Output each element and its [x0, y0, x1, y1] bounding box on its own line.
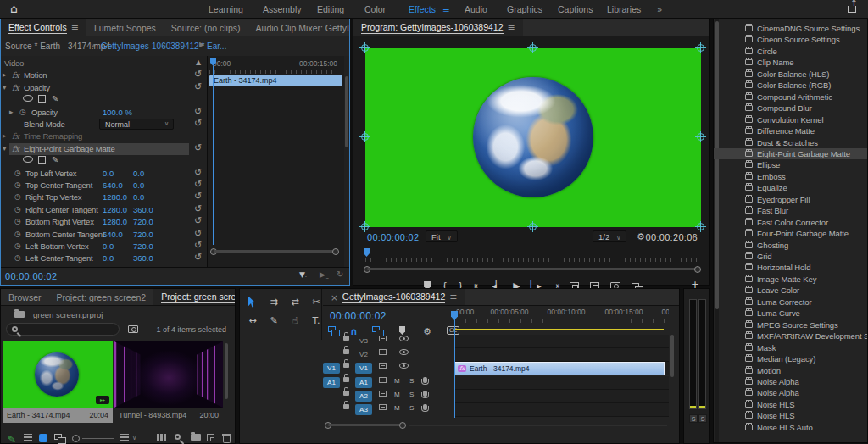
search-input[interactable] — [6, 323, 120, 336]
effect-item-ghosting[interactable]: Ghosting — [714, 240, 867, 251]
workspace-menu-icon[interactable]: ≡ — [442, 4, 450, 14]
value-y[interactable]: 0.0 — [133, 192, 144, 202]
mask-pen-icon[interactable]: ✎ — [52, 94, 58, 103]
captions-button[interactable]: CC — [447, 326, 459, 335]
reset-icon[interactable]: ↺ — [194, 252, 202, 263]
track-lock-icon[interactable] — [343, 404, 349, 409]
solo-button[interactable]: S — [409, 391, 414, 398]
workspace-overflow-icon[interactable]: » — [657, 4, 662, 14]
ec-row-left-center-tangent[interactable]: ◷Left Center Tangent0.0360.0↺ — [1, 253, 207, 265]
solo-right-button[interactable]: S — [698, 414, 707, 423]
track-name-v1[interactable]: V1 — [355, 363, 372, 374]
mute-button[interactable]: M — [394, 391, 400, 398]
panel-menu-icon[interactable]: ≡ — [508, 22, 515, 33]
reset-icon[interactable]: ↺ — [194, 106, 202, 117]
tab-lumetri-scopes[interactable]: Lumetri Scopes — [86, 19, 164, 36]
panel-menu-icon[interactable]: ≡ — [449, 291, 457, 302]
tab-browser[interactable]: Browser — [1, 289, 49, 305]
tab-audio-clip-mixer-gettyimages-106038941[interactable]: Audio Clip Mixer: GettyImages-106038941 — [248, 19, 349, 36]
track-lane-v2[interactable] — [454, 348, 669, 362]
effect-item-cineon-source-settings[interactable]: Cineon Source Settings — [714, 34, 867, 45]
solo-button[interactable]: S — [409, 404, 414, 412]
effect-item-leave-color[interactable]: Leave Color — [714, 285, 867, 296]
stopwatch-icon[interactable]: ◷ — [19, 108, 26, 116]
matte-handle-right-center[interactable] — [697, 133, 704, 141]
reset-icon[interactable]: ↺ — [194, 142, 202, 153]
workspace-tab-captions[interactable]: Captions — [558, 4, 593, 14]
value-x[interactable]: 0.0 — [103, 241, 114, 251]
in-out-preview-icon[interactable] — [128, 325, 138, 333]
matte-handle-top-center[interactable] — [529, 44, 537, 52]
ec-row-top-center-tangent[interactable]: ◷Top Center Tangent640.00.0↺ — [1, 180, 207, 192]
icon-view-button[interactable] — [39, 434, 47, 442]
value-x[interactable]: 1280.0 — [103, 192, 127, 202]
value-x[interactable]: 0.0 — [103, 169, 114, 178]
effect-item-grid[interactable]: Grid — [714, 251, 867, 262]
matte-handle-bottom-left[interactable] — [361, 223, 369, 230]
workspace-tab-libraries[interactable]: Libraries — [607, 4, 641, 14]
stopwatch-icon[interactable]: ◷ — [14, 230, 21, 238]
twirl-icon[interactable]: ▾ — [3, 144, 7, 153]
track-lane-v3[interactable] — [454, 335, 669, 348]
stopwatch-icon[interactable]: ◷ — [14, 180, 21, 189]
effect-item-emboss[interactable]: Emboss — [714, 171, 867, 182]
insert-overwrite-button[interactable] — [328, 326, 336, 332]
project-item-tunnel[interactable]: Tunnel - 84938.mp4 20:00 — [114, 341, 223, 423]
track-name-v3[interactable]: V3 — [355, 336, 372, 347]
workspace-tab-audio[interactable]: Audio — [465, 4, 487, 14]
param-value[interactable]: 100.0 % — [103, 108, 132, 117]
value-y[interactable]: 360.0 — [133, 205, 153, 214]
freeform-view-button[interactable] — [54, 434, 62, 440]
collapse-icon[interactable]: ▲ — [196, 58, 201, 66]
reset-icon[interactable]: ↺ — [194, 228, 202, 239]
track-lock-icon[interactable] — [343, 377, 349, 382]
effect-controls-vertical-scrollbar[interactable] — [345, 76, 348, 147]
effect-item-circle[interactable]: Circle — [714, 46, 867, 57]
close-icon[interactable]: × — [331, 292, 338, 302]
tab-effect-controls[interactable]: Effect Controls≡ — [1, 19, 86, 36]
effect-item-cinemadng-source-settings[interactable]: CinemaDNG Source Settings — [714, 23, 867, 34]
mute-button[interactable]: M — [394, 377, 400, 385]
ec-row-opacity[interactable]: ▸◷Opacity100.0 %↺ — [1, 108, 207, 119]
ec-row-motion[interactable]: ▸fxMotion↺ — [1, 70, 207, 82]
value-y[interactable]: 720.0 — [133, 241, 153, 251]
workspace-tab-learning[interactable]: Learning — [209, 4, 243, 14]
track-output-icon[interactable] — [399, 336, 409, 341]
effect-item-mpeg-source-settings[interactable]: MPEG Source Settings — [714, 319, 867, 330]
twirl-icon[interactable]: ▸ — [3, 131, 7, 140]
add-marker-button[interactable] — [399, 326, 405, 335]
ec-row-shapes[interactable]: ✎ — [1, 95, 207, 107]
effect-item-median-legacy[interactable]: Median (Legacy) — [714, 353, 867, 364]
writable-button[interactable]: ✎ — [8, 434, 16, 444]
sequence-clip-link[interactable]: GettyImages-1060389412 * Ear... — [101, 42, 226, 51]
reset-icon[interactable]: ↺ — [194, 81, 202, 92]
tab-project-green-screen[interactable]: Project: green screen≡ — [153, 289, 235, 305]
reset-icon[interactable]: ↺ — [194, 179, 202, 190]
sync-lock-icon[interactable] — [379, 377, 387, 383]
workspace-tab-graphics[interactable]: Graphics — [507, 4, 542, 14]
effect-item-convolution-kernel[interactable]: Convolution Kernel — [714, 114, 867, 125]
stopwatch-icon[interactable]: ◷ — [14, 205, 21, 214]
reset-icon[interactable]: ↺ — [194, 191, 202, 202]
timeline-zoom-scrollbar[interactable] — [325, 422, 406, 429]
ec-row-shapes[interactable]: ✎ — [1, 156, 207, 168]
value-y[interactable]: 0.0 — [133, 180, 144, 190]
effect-item-luma-corrector[interactable]: Luma Corrector — [714, 297, 867, 308]
play-around-icon[interactable]: ▶ — [199, 41, 204, 48]
zoom-level-select[interactable]: Fit∨ — [426, 230, 458, 242]
sync-lock-icon[interactable] — [379, 404, 387, 410]
chevron-down-icon[interactable]: ∨ — [91, 42, 95, 49]
ec-row-blend-mode[interactable]: Blend ModeNormal∨↺ — [1, 119, 207, 131]
workspace-tab-effects[interactable]: Effects — [409, 4, 436, 14]
source-patch-a1[interactable]: A1 — [323, 377, 340, 388]
tab-source-no-clips[interactable]: Source: (no clips) — [164, 19, 248, 36]
mask-ellipse-icon[interactable] — [23, 95, 33, 102]
timeline-vertical-scrollbar[interactable] — [670, 335, 674, 377]
mic-icon[interactable] — [423, 377, 427, 383]
new-item-button[interactable] — [207, 434, 214, 441]
program-video-frame[interactable] — [365, 48, 701, 227]
program-playhead-marker[interactable] — [364, 248, 370, 257]
panel-menu-icon[interactable]: ≡ — [71, 22, 79, 33]
track-lane-a2[interactable] — [454, 390, 669, 403]
ec-row-bottom-right-vertex[interactable]: ◷Bottom Right Vertex1280.0720.0↺ — [1, 217, 207, 229]
